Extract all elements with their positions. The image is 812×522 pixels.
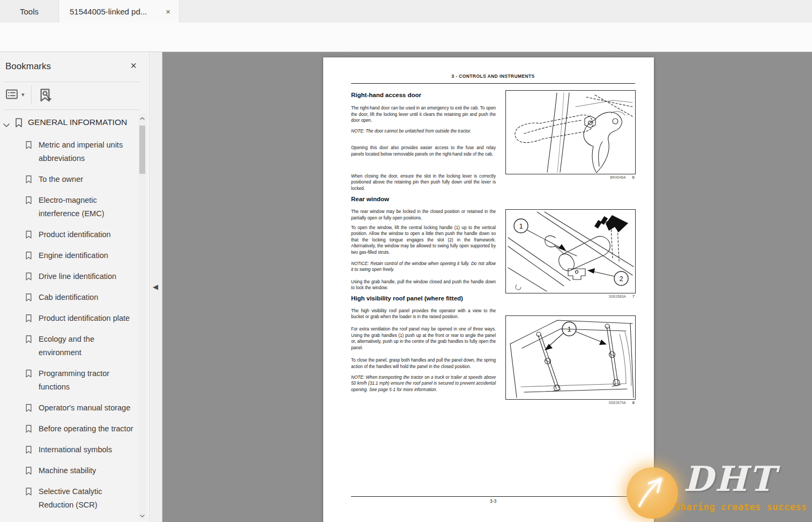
bookmark-item[interactable]: Product identification (0, 224, 137, 245)
bookmark-item[interactable]: Product identification plate (0, 308, 137, 329)
bookmark-icon (24, 465, 34, 476)
pdf-viewer-window: Tools 51544005-linked pd... × (0, 0, 812, 522)
figure-code: SSE2683A (609, 295, 626, 298)
bookmarks-panel: Bookmarks × ▾ (0, 52, 150, 522)
bookmark-item[interactable]: Operator's manual storage (0, 398, 137, 418)
tab-tools-label: Tools (20, 7, 39, 16)
door-lever-illustration (506, 91, 635, 174)
bookmark-item[interactable]: To the owner (0, 169, 137, 190)
bookmark-item[interactable]: Electro-magnetic interference (EMC) (0, 190, 137, 224)
close-icon[interactable]: × (165, 7, 172, 16)
callout-label: 1 (567, 325, 571, 333)
bookmark-item[interactable]: Drive line identification (0, 266, 137, 287)
figure-number: 7 (632, 294, 635, 299)
bookmarks-scrollbar[interactable] (138, 114, 146, 520)
watermark-tagline: Sharing creates success (675, 502, 807, 512)
chevron-down-icon (139, 513, 145, 518)
bookmark-icon (24, 174, 34, 185)
bookmark-icon (24, 444, 34, 455)
bookmark-icon (24, 250, 34, 261)
tab-document[interactable]: 51544005-linked pd... × (59, 0, 180, 23)
bookmark-item[interactable]: Metric and imperial units abbreviations (0, 135, 137, 169)
bookmark-icon (24, 423, 34, 435)
bookmark-icon (24, 368, 34, 379)
scroll-up-button[interactable] (139, 114, 146, 122)
figure-roof-panel: 1 SSE2679A 8 (505, 315, 636, 405)
watermark-logo-circle (627, 467, 678, 519)
divider (31, 85, 32, 105)
section-heading: Right-hand access door (351, 92, 496, 98)
header-rule (351, 83, 635, 84)
tab-bar: Tools 51544005-linked pd... × (0, 0, 812, 23)
main-toolbar: / 652 54.5% ▾ (0, 23, 812, 52)
bookmark-item[interactable]: Machine stability (0, 460, 137, 481)
watermark-arrow-icon (627, 467, 678, 519)
bookmark-icon (24, 334, 34, 345)
callout-label: 1 (519, 222, 523, 230)
page-folio: 3-3 (351, 498, 635, 504)
paragraph: For extra ventilation the roof panel may… (351, 326, 496, 351)
notice-paragraph: NOTICE: Retain control of the window whe… (351, 261, 496, 273)
paragraph: To close the panel, grasp both handles a… (351, 357, 496, 370)
bookmark-icon (24, 271, 34, 282)
bookmark-icon (24, 292, 34, 303)
bookmark-root-general-information[interactable]: GENERAL INFORMATION (0, 112, 137, 135)
bookmark-item[interactable]: Programming tractor functions (0, 363, 137, 398)
bookmark-item[interactable]: Before operating the tractor (0, 418, 137, 439)
paragraph: The high visibility roof panel provides … (351, 308, 496, 320)
bookmark-icon (24, 313, 34, 324)
page-text-column: Right-hand access door The right-hand do… (351, 92, 496, 393)
bookmark-icon (24, 139, 34, 151)
bookmark-item[interactable]: Engine identification (0, 245, 137, 266)
figure-number: 6 (632, 175, 635, 180)
bookmarks-header: Bookmarks × (0, 52, 150, 82)
page-running-header: 3 - CONTROLS AND INSTRUMENTS (351, 73, 635, 79)
collapse-panel-icon[interactable]: ◀ (153, 283, 158, 291)
chevron-down-icon: ▾ (21, 91, 25, 98)
bookmark-item[interactable]: Cab identification (0, 287, 137, 308)
note-paragraph: NOTE: The door cannot be unlatched from … (351, 128, 496, 135)
section-heading: Rear window (351, 196, 496, 202)
figure-code: SSE2679A (609, 401, 626, 405)
bookmark-icon (24, 486, 34, 497)
bookmark-icon (13, 116, 25, 129)
bookmarks-title: Bookmarks (5, 61, 51, 72)
bookmark-search-icon (36, 86, 54, 105)
watermark-brand: DHT (683, 459, 776, 499)
rear-window-illustration: 1 2 (506, 210, 635, 293)
bookmark-icon (24, 229, 34, 240)
tab-document-label: 51544005-linked pd... (70, 7, 147, 16)
panel-collapse-strip[interactable]: ◀ (151, 52, 162, 522)
bookmark-icon (24, 195, 34, 206)
paragraph: When closing the door, ensure the slot i… (351, 173, 496, 192)
roof-panel-illustration: 1 (506, 316, 635, 399)
bookmark-root-label: GENERAL INFORMATION (28, 117, 127, 127)
chevron-down-icon (2, 120, 11, 131)
footer-rule (351, 496, 635, 497)
bookmark-item[interactable]: Selective Catalytic Reduction (SCR) (0, 481, 137, 516)
figure-code: BRI4046A (610, 175, 626, 179)
scroll-down-button[interactable] (139, 511, 146, 520)
pdf-page: 3 - CONTROLS AND INSTRUMENTS Right-hand … (323, 57, 654, 522)
bookmarks-tree: GENERAL INFORMATION Metric and imperial … (0, 112, 137, 522)
bookmark-item[interactable]: International symbols (0, 439, 137, 460)
paragraph: The rear window may be locked in the clo… (351, 209, 496, 221)
figure-number: 8 (632, 400, 635, 405)
bookmark-options-button[interactable]: ▾ (4, 86, 25, 102)
bookmarks-options-row: ▾ (0, 82, 150, 109)
bookmark-item[interactable]: Ecology and the environment (0, 329, 137, 363)
section-heading: High visibility roof panel (where fitted… (351, 295, 496, 302)
bookmark-icon (24, 402, 34, 414)
document-canvas[interactable]: 3 - CONTROLS AND INSTRUMENTS Right-hand … (162, 52, 812, 522)
tab-tools[interactable]: Tools (0, 0, 59, 23)
note-paragraph: NOTE: When transporting the tractor on a… (351, 374, 496, 393)
scrollbar-thumb[interactable] (139, 126, 145, 174)
options-list-icon (4, 86, 19, 102)
close-icon[interactable]: × (130, 60, 137, 72)
figure-access-door-lever: BRI4046A 6 (505, 90, 636, 180)
callout-label: 2 (619, 275, 623, 283)
divider (4, 109, 140, 110)
find-current-bookmark-button[interactable] (36, 86, 54, 105)
paragraph: To open the window, lift the central loc… (351, 225, 496, 256)
paragraph: The right-hand door can be used in an em… (351, 105, 496, 124)
